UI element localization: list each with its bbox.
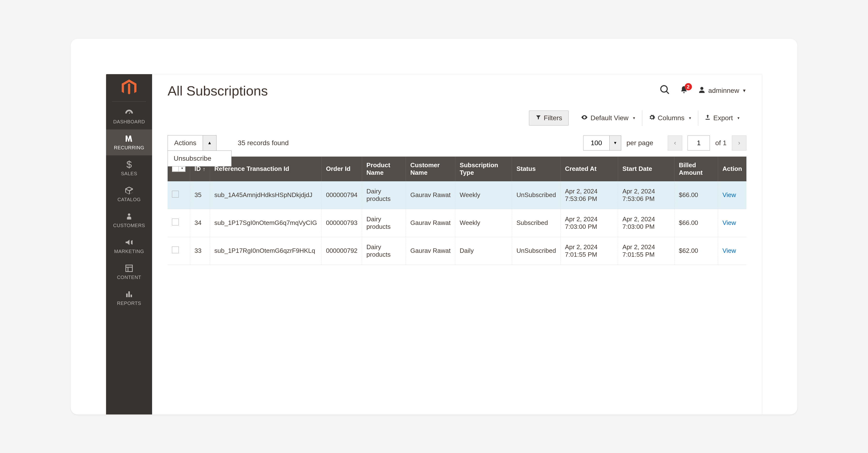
view-link[interactable]: View [722,191,736,199]
sidebar-item-label: REPORTS [117,301,141,306]
cell-ref: sub_1P17RgI0nOtemG6qzrF9HKLq [210,237,321,265]
sidebar-item-label: DASHBOARD [113,119,145,124]
cell-start: Apr 2, 2024 7:03:00 PM [618,209,674,237]
row-checkbox[interactable] [172,247,179,253]
cell-created: Apr 2, 2024 7:53:06 PM [560,181,618,209]
cell-status: Subscribed [512,209,560,237]
chevron-down-icon: ▼ [609,136,621,150]
row-checkbox[interactable] [172,191,179,198]
svg-marker-1 [128,83,130,94]
columns-label: Columns [658,114,684,122]
actions-label: Actions [168,139,203,147]
col-action[interactable]: Action [718,157,746,181]
sidebar-item-content[interactable]: CONTENT [106,259,152,285]
cell-subtype: Weekly [455,181,512,209]
magento-logo-icon[interactable] [120,79,138,97]
recurring-icon [124,134,134,143]
header-row: All Subscriptions 2 [167,83,746,98]
sidebar-item-recurring[interactable]: RECURRING [106,130,152,155]
filters-button[interactable]: Filters [529,111,569,125]
view-link[interactable]: View [722,219,736,226]
actions-dropdown[interactable]: Actions ▲ Unsubscribe [167,135,217,151]
export-button[interactable]: Export ▼ [698,111,746,125]
megaphone-icon [124,237,134,247]
col-product-name[interactable]: Product Name [362,157,406,181]
col-created-at[interactable]: Created At [560,157,618,181]
user-name: adminnew [708,87,739,94]
chevron-down-icon: ▼ [742,88,746,93]
sidebar-item-label: CATALOG [118,197,141,202]
records-found: 35 records found [238,139,289,147]
per-page-value: 100 [583,139,609,147]
col-status[interactable]: Status [512,157,560,181]
sidebar-item-label: MARKETING [114,249,144,254]
search-icon[interactable] [660,85,670,97]
user-menu[interactable]: adminnew ▼ [698,86,746,95]
sidebar-divider [112,101,146,102]
cell-id: 34 [190,209,210,237]
cell-subtype: Weekly [455,209,512,237]
funnel-icon [535,114,541,122]
col-subscription-type[interactable]: Subscription Type [455,157,512,181]
person-icon [125,211,133,221]
col-order-id[interactable]: Order Id [321,157,362,181]
cell-amount: $66.00 [675,209,718,237]
cell-start: Apr 2, 2024 7:01:55 PM [618,237,674,265]
cell-product: Dairy products [362,237,406,265]
cell-id: 33 [190,237,210,265]
actions-menu-item-unsubscribe[interactable]: Unsubscribe [168,151,231,166]
notifications-button[interactable]: 2 [680,86,688,96]
sidebar-item-dashboard[interactable]: DASHBOARD [106,104,152,130]
layout-icon [125,263,133,273]
of-pages: of 1 [715,139,726,147]
actions-menu: Unsubscribe [167,150,231,167]
cell-amount: $62.00 [675,237,718,265]
chevron-right-icon: › [738,139,740,147]
page-input[interactable] [688,136,710,150]
prev-page-button[interactable]: ‹ [668,136,682,150]
cell-order: 000000793 [321,209,362,237]
user-icon [698,86,706,95]
controls-row: Actions ▲ Unsubscribe 35 records found 1… [167,135,746,151]
cell-customer: Gaurav Rawat [406,181,455,209]
actions-button[interactable]: Actions ▲ [167,135,217,151]
col-start-date[interactable]: Start Date [618,157,674,181]
columns-button[interactable]: Columns ▼ [642,111,698,126]
box-icon [124,186,134,195]
next-page-button[interactable]: › [732,136,746,150]
cell-created: Apr 2, 2024 7:01:55 PM [560,237,618,265]
upload-icon [705,114,711,122]
row-checkbox[interactable] [172,219,179,225]
sidebar-item-marketing[interactable]: MARKETING [106,233,152,259]
sidebar-item-reports[interactable]: REPORTS [106,285,152,311]
main-content: All Subscriptions 2 [152,74,762,415]
table-row[interactable]: 33 sub_1P17RgI0nOtemG6qzrF9HKLq 00000079… [167,237,746,265]
chevron-left-icon: ‹ [674,139,676,147]
bar-chart-icon [125,289,133,299]
default-view-label: Default View [590,114,628,122]
sidebar-item-sales[interactable]: $ SALES [106,155,152,181]
notifications-badge: 2 [685,83,692,90]
table-row[interactable]: 34 sub_1P17SgI0nOtemG6q7mqVyCIG 00000079… [167,209,746,237]
chevron-down-icon: ▼ [632,116,636,120]
cell-order: 000000792 [321,237,362,265]
viewport-card: DASHBOARD RECURRING $ SALES CATALOG [71,39,797,415]
sidebar-item-label: CONTENT [117,275,141,280]
sidebar-item-catalog[interactable]: CATALOG [106,181,152,207]
filters-label: Filters [544,114,562,122]
sidebar-item-customers[interactable]: CUSTOMERS [106,207,152,233]
col-billed-amount[interactable]: Billed Amount [675,157,718,181]
col-customer-name[interactable]: Customer Name [406,157,455,181]
cell-customer: Gaurav Rawat [406,237,455,265]
sidebar-item-label: RECURRING [114,145,144,150]
default-view-button[interactable]: Default View ▼ [575,110,642,126]
pager: 100 ▼ per page ‹ of 1 › [583,136,746,150]
cell-ref: sub_1P17SgI0nOtemG6q7mqVyCIG [210,209,321,237]
per-page-select[interactable]: 100 ▼ [583,136,621,150]
cell-status: UnSubscribed [512,181,560,209]
gear-icon [649,114,655,122]
view-link[interactable]: View [722,247,736,254]
cell-start: Apr 2, 2024 7:53:06 PM [618,181,674,209]
gauge-icon [124,108,134,118]
table-row[interactable]: 35 sub_1A45AmnjdHdksHSpNDkjdjdJ 00000079… [167,181,746,209]
